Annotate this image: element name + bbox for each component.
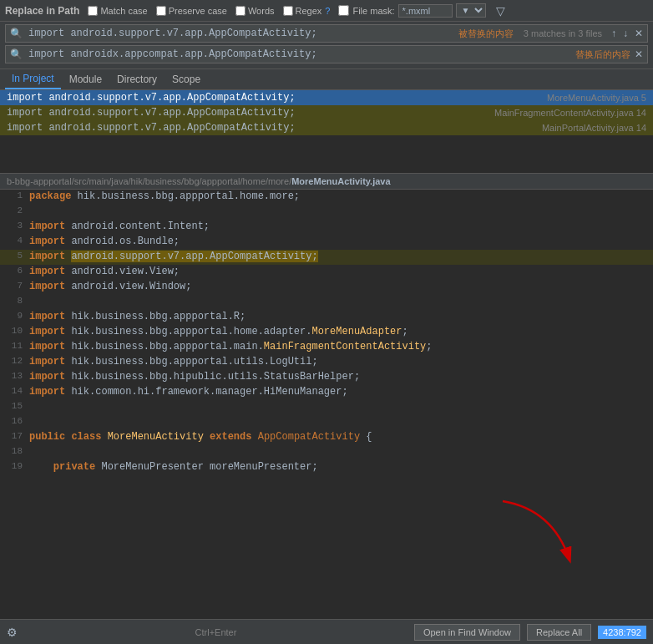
line-num-5: 5 — [0, 250, 29, 261]
replace-all-arrow — [486, 493, 586, 576]
find-input[interactable] — [27, 25, 453, 42]
line-content-10: import hik.business.bbg.appportal.home.a… — [29, 325, 653, 338]
result-row-0[interactable]: import android.support.v7.app.AppCompatA… — [0, 90, 653, 105]
preserve-case-checkbox-group[interactable]: Preserve case — [156, 6, 227, 16]
code-line-17: 17 public class MoreMenuActivity extends… — [0, 430, 653, 445]
preserve-case-label: Preserve case — [169, 6, 227, 16]
file-mask-dropdown[interactable]: ▼ — [456, 3, 486, 18]
bottom-bar: ⚙ Ctrl+Enter Open in Find Window Replace… — [0, 619, 653, 644]
line-content-2 — [29, 205, 653, 218]
line-num-11: 11 — [0, 340, 29, 351]
code-line-1: 1 package hik.business.bbg.appportal.hom… — [0, 190, 653, 205]
toolbar: Replace in Path Match case Preserve case… — [0, 0, 653, 22]
line-num-15: 15 — [0, 400, 29, 411]
line-content-6: import android.view.View; — [29, 265, 653, 278]
words-label: Words — [248, 6, 275, 16]
line-num-18: 18 — [0, 445, 29, 456]
find-actions: ↑ ↓ ✕ — [607, 27, 647, 40]
scope-tabs: In Project Module Directory Scope — [0, 69, 653, 90]
code-area[interactable]: 1 package hik.business.bbg.appportal.hom… — [0, 190, 653, 593]
tab-scope[interactable]: Scope — [165, 70, 207, 89]
code-line-7: 7 import android.view.Window; — [0, 280, 653, 295]
code-line-15: 15 — [0, 400, 653, 415]
line-num-6: 6 — [0, 265, 29, 276]
regex-label: Regex — [296, 6, 322, 16]
line-num-19: 19 — [0, 460, 29, 471]
line-num-4: 4 — [0, 235, 29, 246]
regex-help-icon: ? — [325, 6, 330, 16]
preserve-case-checkbox[interactable] — [156, 6, 166, 16]
words-checkbox[interactable] — [235, 6, 246, 16]
code-line-3: 3 import android.content.Intent; — [0, 220, 653, 235]
code-line-4: 4 import android.os.Bundle; — [0, 235, 653, 250]
replace-input[interactable] — [27, 46, 575, 63]
find-icon: 🔍 — [6, 26, 27, 42]
line-content-16 — [29, 415, 653, 428]
line-num-12: 12 — [0, 355, 29, 366]
code-line-18: 18 — [0, 445, 653, 460]
match-case-checkbox[interactable] — [88, 6, 98, 16]
line-num-13: 13 — [0, 370, 29, 381]
replace-actions: ✕ — [630, 48, 647, 61]
find-close-button[interactable]: ✕ — [632, 27, 645, 40]
replace-close-button[interactable]: ✕ — [632, 48, 645, 61]
line-content-15 — [29, 400, 653, 413]
find-next-button[interactable]: ↓ — [620, 27, 630, 40]
file-mask-checkbox[interactable] — [338, 5, 349, 16]
replace-icon: 🔍 — [6, 47, 27, 63]
line-content-17: public class MoreMenuActivity extends Ap… — [29, 430, 653, 444]
shortcut-hint: Ctrl+Enter — [24, 627, 407, 637]
line-content-19: private MoreMenuPresenter moreMenuPresen… — [29, 460, 653, 474]
line-num-16: 16 — [0, 415, 29, 426]
line-content-7: import android.view.Window; — [29, 280, 653, 293]
code-line-8: 8 — [0, 295, 653, 310]
regex-checkbox-group[interactable]: Regex ? — [283, 6, 331, 16]
file-mask-label: File mask: — [352, 6, 394, 16]
tab-in-project[interactable]: In Project — [5, 69, 61, 89]
settings-button[interactable]: ⚙ — [7, 626, 18, 639]
open-find-window-button[interactable]: Open in Find Window — [414, 624, 520, 641]
line-content-18 — [29, 445, 653, 459]
filepath-bar: b-bbg-appportal/src/main/java/hik/busine… — [0, 174, 653, 190]
code-line-13: 13 import hik.business.bbg.hipublic.util… — [0, 370, 653, 385]
result-row-1[interactable]: import android.support.v7.app.AppCompatA… — [0, 105, 653, 120]
result-filename-1: MainFragmentContentActivity.java 14 — [494, 108, 646, 118]
code-line-6: 6 import android.view.View; — [0, 265, 653, 280]
words-checkbox-group[interactable]: Words — [235, 6, 275, 16]
toolbar-title: Replace in Path — [5, 5, 79, 17]
code-line-12: 12 import hik.business.bbg.appportal.uti… — [0, 355, 653, 370]
find-prev-button[interactable]: ↑ — [609, 27, 619, 40]
find-row: 🔍 被替换的内容 3 matches in 3 files ↑ ↓ ✕ — [5, 24, 648, 43]
code-line-11: 11 import hik.business.bbg.appportal.mai… — [0, 340, 653, 355]
code-line-10: 10 import hik.business.bbg.appportal.hom… — [0, 325, 653, 340]
replace-hint: 替换后的内容 — [575, 48, 630, 61]
file-mask-input[interactable] — [398, 4, 453, 18]
filepath-path: b-bbg-appportal/src/main/java/hik/busine… — [7, 176, 291, 186]
code-line-14: 14 import hik.common.hi.framework.manage… — [0, 385, 653, 400]
file-mask-group: File mask: ▼ — [338, 3, 485, 18]
line-content-12: import hik.business.bbg.appportal.utils.… — [29, 355, 653, 368]
match-count: 3 matches in 3 files — [519, 28, 607, 38]
line-num-14: 14 — [0, 385, 29, 396]
result-row-2[interactable]: import android.support.v7.app.AppCompatA… — [0, 120, 653, 135]
filter-button[interactable]: ▽ — [494, 4, 507, 18]
line-content-8 — [29, 295, 653, 308]
line-num-1: 1 — [0, 190, 29, 200]
replace-all-button[interactable]: Replace All — [527, 624, 591, 641]
code-line-19: 19 private MoreMenuPresenter moreMenuPre… — [0, 460, 653, 475]
result-filename-0: MoreMenuActivity.java 5 — [547, 93, 646, 103]
line-content-5: import android.support.v7.app.AppCompatA… — [29, 250, 653, 263]
regex-checkbox[interactable] — [283, 6, 293, 16]
search-area: 🔍 被替换的内容 3 matches in 3 files ↑ ↓ ✕ 🔍 替换… — [0, 22, 653, 69]
tab-directory[interactable]: Directory — [110, 70, 164, 89]
line-num-3: 3 — [0, 220, 29, 231]
line-num-8: 8 — [0, 295, 29, 306]
match-case-checkbox-group[interactable]: Match case — [88, 6, 147, 16]
replace-row: 🔍 替换后的内容 ✕ — [5, 45, 648, 63]
line-num-9: 9 — [0, 310, 29, 321]
code-line-9: 9 import hik.business.bbg.appportal.R; — [0, 310, 653, 325]
find-hint: 被替换的内容 — [453, 28, 519, 40]
tab-module[interactable]: Module — [63, 70, 109, 89]
line-content-1: package hik.business.bbg.appportal.home.… — [29, 190, 653, 203]
result-code-2: import android.support.v7.app.AppCompatA… — [7, 122, 296, 134]
